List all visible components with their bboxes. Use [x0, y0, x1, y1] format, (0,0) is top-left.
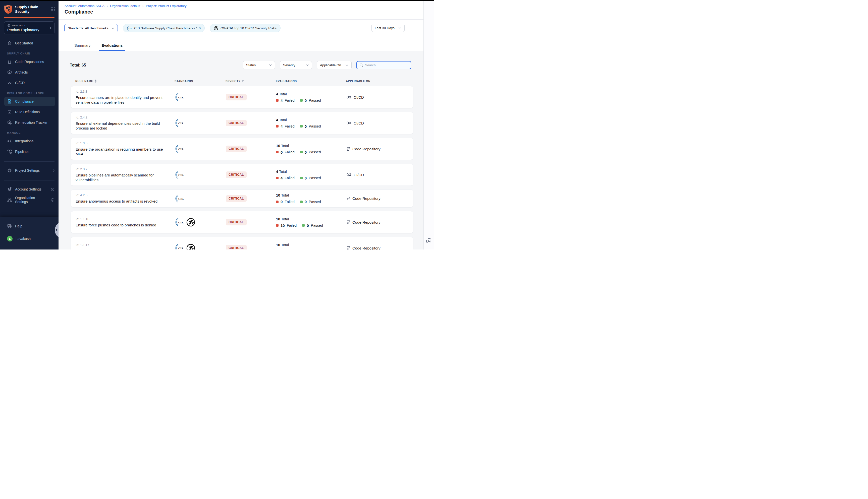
severity-cell: CRITICAL — [226, 219, 246, 226]
sidebar-item-cicd[interactable]: CI/CD — [0, 78, 59, 88]
cis-standard-icon: CIS — [127, 26, 132, 31]
applicable-icon-slot — [346, 95, 352, 99]
passed-label: Passed — [309, 124, 321, 128]
evaluations-cell: 4 Total 4 Failed 0 Passed — [276, 169, 346, 180]
failed-square-icon — [276, 151, 278, 153]
project-selector[interactable]: PROJECT Product Exploratory — [4, 21, 55, 34]
standards-cell: CIS. — [175, 118, 226, 128]
rule-name-cell: Id: 1.3.5 Ensure the organization is req… — [76, 141, 175, 156]
rule-name-cell: Id: 2.3.8 Ensure scanners are in place t… — [76, 89, 175, 105]
applicable-on-filter-select[interactable]: Applicable On — [317, 61, 352, 69]
top-black-bar — [0, 0, 434, 1]
svg-text:CIS.: CIS. — [178, 96, 184, 99]
apps-grid-icon[interactable] — [50, 7, 55, 12]
sidebar-item-code-repositories[interactable]: Code Repositories — [0, 57, 59, 66]
breadcrumb-account-link[interactable]: Account: Automation-SSCA — [64, 4, 105, 8]
sidebar-nav: Get Started SUPPLY CHAIN Code Repositori… — [0, 34, 59, 157]
toolbar: Total: 65 Status Severity Applicable On — [70, 61, 411, 69]
table-row[interactable]: Id: 2.4.2 Ensure all external dependenci… — [71, 112, 413, 134]
chevron-down-icon — [346, 64, 348, 66]
total-label: Total — [279, 92, 287, 96]
sidebar-item-compliance[interactable]: Compliance — [4, 97, 55, 106]
total-label: Total — [281, 217, 289, 221]
sidebar-item-account-settings[interactable]: Account Settings — [0, 184, 59, 194]
rule-id: Id: 2.4.2 — [76, 115, 175, 119]
gear-icon — [7, 168, 12, 173]
total-label: Total — [279, 118, 287, 122]
sidebar-item-integrations[interactable]: Integrations — [0, 136, 59, 146]
info-icon[interactable] — [51, 187, 55, 191]
sidebar-item-artifacts[interactable]: Artifacts — [0, 68, 59, 77]
failed-group: 10 Failed — [276, 249, 297, 250]
failed-count: 4 — [280, 176, 282, 180]
applicable-on-cell: CI/CD — [346, 121, 413, 125]
standards-select-value: Standards: All Benchmarks — [68, 26, 108, 30]
support-chat-icon[interactable] — [425, 238, 432, 244]
cis-standard-icon: CIS. — [175, 93, 184, 102]
column-header-evaluations: EVALUATIONS — [276, 80, 346, 83]
severity-filter-select[interactable]: Severity — [280, 61, 312, 69]
tab-summary[interactable]: Summary — [72, 40, 93, 51]
passed-group: 0 Passed — [302, 249, 323, 250]
chevron-right-icon — [53, 169, 55, 172]
date-range-select[interactable]: Last 30 Days — [372, 24, 405, 32]
sidebar-item-pipelines[interactable]: Pipelines — [0, 147, 59, 156]
passed-square-icon — [300, 177, 303, 179]
applicable-icon-slot — [346, 173, 352, 177]
passed-square-icon — [300, 99, 303, 102]
breadcrumb-organization-link[interactable]: Organization: default — [110, 4, 140, 8]
organization-settings-icon — [7, 197, 12, 202]
sidebar-item-remediation-tracker[interactable]: Remediation Tracker — [0, 118, 59, 127]
sidebar-item-rule-definitions[interactable]: Rule Definitions — [0, 107, 59, 117]
svg-text:CIS.: CIS. — [178, 247, 184, 250]
sidebar-item-organization-settings[interactable]: Organization Settings — [0, 195, 59, 205]
search-input[interactable] — [365, 63, 408, 67]
user-menu[interactable]: L Lavakush — [0, 234, 59, 243]
cis-standard-icon: CIS. — [175, 194, 184, 203]
avatar: L — [7, 236, 13, 242]
table-row[interactable]: Id: 1.1.17 Ensure branch deletions are d… — [71, 237, 413, 250]
standard-chip-cis[interactable]: CIS CIS Software Supply Chain Benchmarks… — [123, 24, 205, 32]
severity-badge: CRITICAL — [226, 219, 246, 226]
table-row[interactable]: Id: 2.3.7 Ensure pipelines are automatic… — [71, 164, 413, 186]
table-row[interactable]: Id: 2.3.8 Ensure scanners are in place t… — [71, 86, 413, 108]
info-icon[interactable] — [51, 198, 55, 202]
sidebar-item-get-started[interactable]: Get Started — [0, 38, 59, 48]
sidebar-item-label: Compliance — [15, 99, 34, 104]
failed-group: 4 Failed — [276, 98, 294, 103]
chip-label: OWASP Top 10 CI/CD Security Risks — [220, 26, 277, 30]
code-repositories-icon — [7, 59, 12, 64]
applicable-on-cell: Code Repository — [346, 196, 413, 201]
cicd-infinity-icon — [346, 121, 352, 125]
status-filter-select[interactable]: Status — [243, 61, 275, 69]
sort-desc-icon[interactable] — [242, 80, 244, 82]
sidebar-item-help[interactable]: ? Help — [0, 221, 59, 231]
table-row[interactable]: Id: 1.3.5 Ensure the organization is req… — [71, 138, 413, 160]
sidebar-item-label: Artifacts — [15, 70, 28, 74]
table-row[interactable]: Id: 1.1.16 Ensure force pushes code to b… — [71, 211, 413, 233]
severity-cell: CRITICAL — [226, 195, 246, 202]
help-chat-icon: ? — [7, 224, 12, 229]
standard-chip-owasp[interactable]: OWASP Top 10 CI/CD Security Risks — [210, 24, 280, 32]
total-count: 10 — [276, 243, 280, 247]
tab-evaluations[interactable]: Evaluations — [99, 40, 125, 51]
sidebar-item-label: Code Repositories — [15, 60, 44, 64]
project-label: PROJECT — [12, 24, 26, 27]
breadcrumb-project-link[interactable]: Project: Product Exploratory — [146, 4, 186, 8]
severity-cell: CRITICAL — [226, 171, 246, 178]
column-header-standards: STANDARDS — [174, 80, 226, 83]
sort-both-icon[interactable] — [94, 79, 97, 83]
failed-label: Failed — [287, 223, 297, 228]
passed-label: Passed — [309, 98, 321, 102]
total-label: Total — [279, 170, 287, 174]
table-row[interactable]: Id: 4.2.5 Ensure anonymous access to art… — [71, 190, 413, 207]
total-count: 10 — [276, 193, 280, 197]
passed-group: 0 Passed — [300, 176, 321, 180]
cis-standard-icon: CIS. — [175, 243, 184, 250]
applicable-on-label: Code Repository — [352, 196, 381, 200]
failed-square-icon — [276, 99, 278, 102]
applicable-on-filter-label: Applicable On — [320, 63, 341, 67]
shield-logo-icon — [4, 4, 13, 14]
sidebar-item-project-settings[interactable]: Project Settings — [0, 166, 59, 175]
standards-select[interactable]: Standards: All Benchmarks — [64, 24, 118, 32]
